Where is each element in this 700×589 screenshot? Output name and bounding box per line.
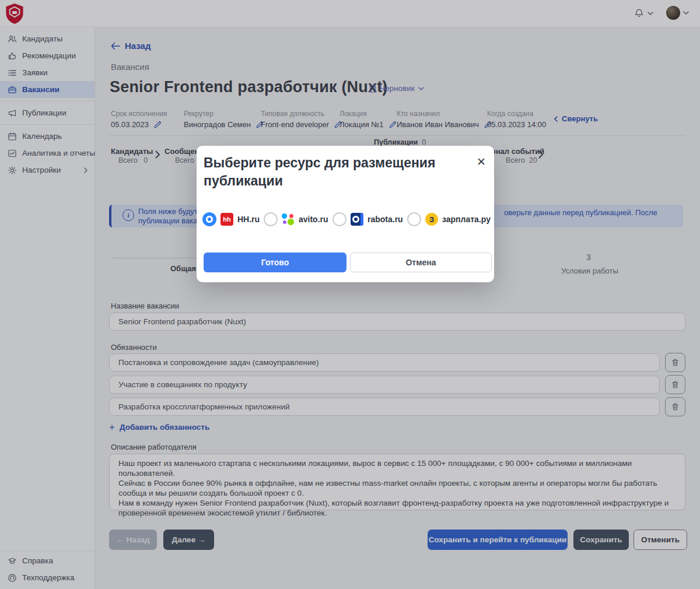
resource-option-hh[interactable]: hh HH.ru [202,212,260,226]
radio-button[interactable] [407,212,421,226]
resource-option-zarplata[interactable]: З зарплата.ру [407,212,491,226]
radio-button[interactable] [332,212,346,226]
hh-logo-icon: hh [220,213,233,226]
zarplata-logo-icon: З [425,213,438,226]
modal-title: Выберите ресурс для размещения публикаци… [204,154,472,190]
app-root: Кандидаты Рекомендации Заявки Вакансии П… [0,0,700,589]
radio-button[interactable] [202,212,216,226]
modal-confirm-button[interactable]: Готово [204,253,346,272]
resource-option-label: зарплата.ру [442,215,491,224]
modal-overlay[interactable] [0,0,700,589]
avito-logo-icon [282,213,295,226]
resource-option-rabota[interactable]: rabota.ru [332,212,403,226]
modal-cancel-button[interactable]: Отмена [350,253,492,272]
radio-button[interactable] [264,212,278,226]
publish-resource-modal: Выберите ресурс для размещения публикаци… [197,146,494,282]
resource-option-label: HH.ru [237,215,260,224]
close-icon[interactable]: ✕ [475,156,487,168]
resource-option-label: avito.ru [299,215,328,224]
resource-option-label: rabota.ru [368,215,403,224]
rabota-logo-icon [351,213,363,226]
resource-option-avito[interactable]: avito.ru [264,212,328,226]
